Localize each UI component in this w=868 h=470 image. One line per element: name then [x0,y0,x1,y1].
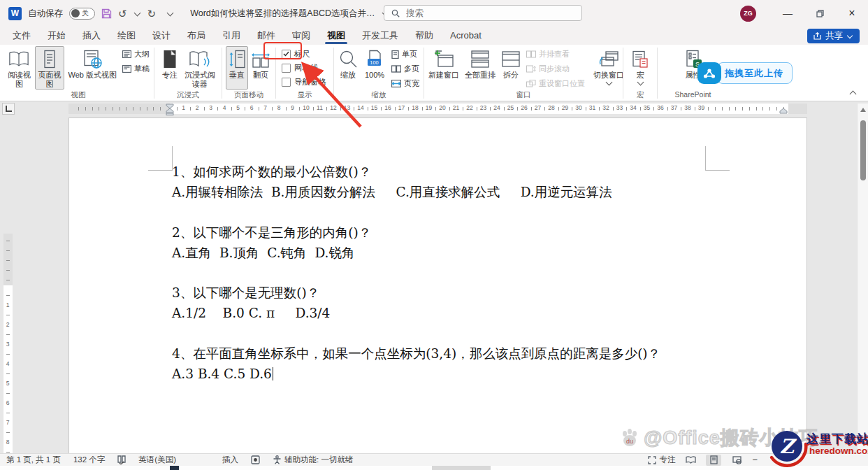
read-view-button[interactable]: 阅读视图 [5,46,34,90]
hanging-indent-marker[interactable] [166,108,174,115]
site-domain: heredown.com [809,446,868,456]
save-icon[interactable] [101,8,112,19]
one-page-button[interactable]: 单页 [389,48,422,60]
ruler-number: 10 [302,104,310,111]
focus-button[interactable]: 专注 [159,46,181,90]
upload-dropzone[interactable]: 拖拽至此上传 [697,62,793,84]
print-layout-button[interactable]: 页面视图 [35,46,65,90]
read-mode-view-button[interactable] [683,455,698,466]
draft-view-button[interactable]: 草稿 [120,63,152,75]
minimize-button[interactable]: — [772,0,804,27]
right-indent-marker[interactable] [779,108,788,114]
tab-插入[interactable]: 插入 [74,27,109,45]
tab-帮助[interactable]: 帮助 [407,27,442,45]
ruler-tick [722,107,723,111]
close-button[interactable]: × [836,0,868,27]
zoom-button[interactable]: 缩放 [336,46,360,90]
ruler-tick [6,295,10,296]
proofing-icon[interactable] [117,455,126,464]
ruler-tick [477,107,477,111]
ruler-tick [572,107,572,111]
print-layout-view-button[interactable] [706,455,721,466]
zoom-100-icon: 100 [365,48,384,71]
tab-绘图[interactable]: 绘图 [109,27,144,45]
zoom-out-button[interactable]: − [752,455,758,465]
share-button[interactable]: 共享 [807,29,860,43]
focus-mode-button[interactable]: 专注 [648,455,675,465]
tab-视图[interactable]: 视图 [319,27,354,45]
group-label-view: 视图 [4,90,152,101]
arrange-all-button[interactable]: 全部重排 [463,46,498,90]
user-avatar[interactable]: ZG [740,6,756,22]
multi-page-button[interactable]: 多页 [389,63,422,75]
chevron-down-icon [605,78,612,85]
ruler-tick [776,107,777,111]
tab-布局[interactable]: 布局 [179,27,214,45]
outline-view-button[interactable]: 大纲 [120,48,152,60]
ruler-tick [6,334,10,335]
ruler-number: 3 [3,341,13,348]
ruler-tick [749,107,750,111]
document-text[interactable]: 1、如何求两个数的最小公倍数()？A.用辗转相除法 B.用质因数分解法 C.用直… [172,162,660,385]
split-button[interactable]: 拆分 [499,46,523,90]
web-layout-view-button[interactable] [729,455,744,466]
navpane-checkbox[interactable]: 导航窗格 [277,75,332,89]
autosave-toggle[interactable]: 关 [69,8,95,20]
ruler-number: 22 [465,104,474,111]
ruler-tick [106,107,106,111]
restore-button[interactable] [804,0,836,27]
vertical-ruler[interactable]: 1234567891011121314 [0,232,17,453]
new-window-button[interactable]: 新建窗口 [426,46,461,90]
language-indicator[interactable]: 英语(美国) [138,455,176,465]
tab-开始[interactable]: 开始 [39,27,74,45]
zoom-100-button[interactable]: 100 100% [361,46,388,90]
vertical-scrollbar[interactable] [857,104,868,453]
page-indicator[interactable]: 第 1 页, 共 1 页 [6,455,61,465]
macro-record-icon[interactable] [251,455,260,464]
vertical-movement-button[interactable]: 垂直 [226,46,248,90]
search-box[interactable] [384,5,582,21]
tab-开发工具[interactable]: 开发工具 [354,27,407,45]
word-count[interactable]: 132 个字 [73,455,105,465]
customize-toolbar-icon[interactable] [167,9,174,16]
ruler-number: 21 [452,104,461,111]
reset-window-button[interactable]: 重设窗口位置 [523,78,588,90]
ruler-tick [217,107,218,111]
redo-icon[interactable]: ↻ [147,8,157,19]
ruler-number: 31 [588,104,597,111]
sync-scroll-button[interactable]: 同步滚动 [523,63,588,75]
switch-windows-button[interactable]: 切换窗口 [591,46,626,90]
gridlines-checkbox[interactable]: 网格线 [277,61,332,75]
scroll-up-icon[interactable] [860,108,866,112]
arrange-all-label: 全部重排 [465,71,496,80]
undo-icon[interactable]: ↺ [118,8,127,19]
macros-button[interactable]: 宏 [628,46,653,90]
side-by-side-button[interactable]: 并排查看 [523,48,588,60]
chevron-down-icon[interactable] [133,9,140,16]
focus-label: 专注 [162,71,178,80]
zoom-100-label: 100% [365,71,384,80]
scrollbar-thumb[interactable] [860,120,866,180]
chevron-down-icon [847,32,853,38]
accessibility-status[interactable]: 辅助功能: 一切就绪 [273,455,353,465]
tab-文件[interactable]: 文件 [4,27,39,45]
collapse-ribbon-icon[interactable] [850,91,857,98]
ruler-tick [78,107,79,111]
page-width-button[interactable]: 页宽 [389,78,422,90]
word-app-icon[interactable]: W [8,7,22,20]
document-line [172,324,660,344]
ruler-tick [204,107,205,111]
ruler-tick [326,107,327,111]
document-line: A.3 B.4 C.5 D.6 [172,364,660,385]
ruler-number: 24 [493,104,501,111]
tab-Acrobat[interactable]: Acrobat [442,27,490,45]
web-layout-button[interactable]: Web 版式视图 [66,46,119,90]
search-input[interactable] [405,8,561,19]
immersive-reader-button[interactable]: 沉浸式阅读器 [182,46,217,90]
tab-设计[interactable]: 设计 [144,27,179,45]
insert-mode[interactable]: 插入 [222,455,238,465]
new-window-label: 新建窗口 [428,71,459,80]
tab-引用[interactable]: 引用 [214,27,249,45]
horizontal-ruler[interactable]: 1234567891011121314151617181920212223242… [0,102,868,116]
document-page[interactable]: 1、如何求两个数的最小公倍数()？A.用辗转相除法 B.用质因数分解法 C.用直… [68,118,807,453]
